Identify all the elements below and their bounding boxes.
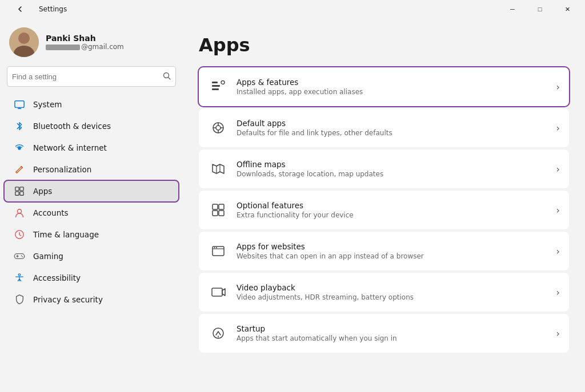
settings-card-apps-features[interactable]: Apps & features Installed apps, app exec… (199, 67, 569, 106)
apps-features-title: Apps & features (237, 78, 552, 87)
sidebar: Panki Shah @gmail.com (0, 18, 183, 392)
default-apps-chevron: › (556, 123, 560, 134)
svg-rect-21 (212, 85, 220, 87)
apps-features-chevron: › (556, 82, 560, 92)
offline-maps-chevron: › (556, 164, 560, 175)
svg-rect-39 (212, 288, 222, 296)
app-body: Panki Shah @gmail.com (0, 18, 585, 392)
apps-features-icon (208, 76, 229, 97)
sidebar-item-bluetooth[interactable]: Bluetooth & devices (5, 116, 178, 136)
svg-rect-5 (15, 101, 24, 108)
settings-card-startup[interactable]: Startup Apps that start automatically wh… (199, 314, 569, 353)
user-info: Panki Shah @gmail.com (46, 34, 124, 51)
content-area: Apps Apps & features Installed apps, app… (183, 18, 585, 392)
sidebar-label-bluetooth: Bluetooth & devices (33, 122, 111, 131)
svg-rect-14 (14, 254, 25, 259)
svg-rect-32 (213, 204, 218, 209)
svg-point-19 (18, 274, 21, 276)
offline-maps-title: Offline maps (237, 160, 552, 169)
svg-rect-33 (219, 204, 224, 209)
svg-point-18 (22, 256, 23, 257)
back-button[interactable] (7, 0, 33, 18)
startup-chevron: › (556, 328, 560, 339)
minimize-button[interactable]: ─ (499, 0, 526, 18)
sidebar-item-apps[interactable]: Apps (5, 181, 178, 201)
optional-features-subtitle: Extra functionality for your device (237, 211, 552, 219)
sidebar-label-time: Time & language (33, 230, 99, 239)
accounts-icon (14, 207, 25, 219)
svg-point-38 (216, 247, 217, 248)
sidebar-item-accounts[interactable]: Accounts (5, 203, 178, 223)
privacy-icon (14, 294, 25, 305)
svg-point-25 (216, 126, 221, 130)
sidebar-item-privacy[interactable]: Privacy & security (5, 289, 178, 310)
startup-text: Startup Apps that start automatically wh… (237, 324, 552, 342)
sidebar-item-accessibility[interactable]: Accessibility (5, 268, 178, 288)
offline-maps-subtitle: Downloads, storage location, map updates (237, 170, 552, 178)
page-title: Apps (199, 34, 569, 56)
settings-card-apps-websites[interactable]: Apps for websites Websites that can open… (199, 232, 569, 270)
sidebar-label-gaming: Gaming (33, 252, 63, 261)
optional-features-icon (208, 200, 229, 220)
apps-websites-chevron: › (556, 246, 560, 257)
nav-list: System Bluetooth & devices (0, 91, 183, 313)
window-controls: ─ □ ✕ (499, 0, 580, 18)
user-profile[interactable]: Panki Shah @gmail.com (0, 18, 183, 64)
sidebar-item-gaming[interactable]: Gaming (5, 246, 178, 266)
sidebar-label-accessibility: Accessibility (33, 273, 81, 282)
sidebar-item-network[interactable]: Network & internet (5, 138, 178, 158)
gaming-icon (14, 250, 25, 262)
svg-line-4 (169, 77, 171, 79)
svg-point-1 (18, 33, 30, 44)
apps-features-text: Apps & features Installed apps, app exec… (237, 78, 552, 96)
settings-card-default-apps[interactable]: Default apps Defaults for file and link … (199, 108, 569, 147)
app-title: Settings (39, 5, 67, 13)
default-apps-text: Default apps Defaults for file and link … (237, 119, 552, 137)
svg-point-23 (221, 81, 225, 84)
startup-title: Startup (237, 324, 552, 333)
sidebar-label-accounts: Accounts (33, 208, 69, 217)
user-email: @gmail.com (46, 43, 124, 51)
sidebar-label-personalization: Personalization (33, 165, 91, 174)
svg-point-12 (17, 209, 21, 213)
video-playback-icon (208, 282, 229, 302)
settings-card-video-playback[interactable]: Video playback Video adjustments, HDR st… (199, 273, 569, 312)
sidebar-item-system[interactable]: System (5, 94, 178, 115)
close-button[interactable]: ✕ (554, 0, 580, 18)
offline-maps-text: Offline maps Downloads, storage location… (237, 160, 552, 178)
time-icon (14, 229, 25, 240)
svg-rect-34 (213, 211, 218, 216)
optional-features-chevron: › (556, 205, 560, 216)
settings-card-offline-maps[interactable]: Offline maps Downloads, storage location… (199, 149, 569, 188)
avatar (9, 27, 39, 57)
network-icon (14, 142, 25, 153)
video-playback-chevron: › (556, 287, 560, 298)
title-bar: Settings ─ □ ✕ (0, 0, 585, 18)
apps-features-subtitle: Installed apps, app execution aliases (237, 88, 552, 96)
maximize-button[interactable]: □ (527, 0, 553, 18)
sidebar-item-time[interactable]: Time & language (5, 224, 178, 245)
offline-maps-icon (208, 159, 229, 179)
default-apps-icon (208, 118, 229, 138)
email-masked (46, 45, 80, 50)
apps-websites-subtitle: Websites that can open in an app instead… (237, 252, 552, 260)
optional-features-title: Optional features (237, 201, 552, 210)
startup-subtitle: Apps that start automatically when you s… (237, 334, 552, 342)
search-input[interactable] (12, 72, 163, 81)
sidebar-label-system: System (33, 100, 62, 109)
settings-list: Apps & features Installed apps, app exec… (199, 67, 569, 353)
svg-rect-20 (212, 82, 218, 83)
settings-card-optional-features[interactable]: Optional features Extra functionality fo… (199, 191, 569, 229)
svg-rect-8 (15, 187, 19, 191)
video-playback-text: Video playback Video adjustments, HDR st… (237, 283, 552, 301)
default-apps-subtitle: Defaults for file and link types, other … (237, 129, 552, 137)
search-box[interactable] (7, 66, 176, 87)
bluetooth-icon (14, 120, 25, 132)
svg-point-17 (21, 255, 22, 256)
svg-point-37 (214, 247, 215, 248)
sidebar-item-personalization[interactable]: Personalization (5, 159, 178, 180)
svg-rect-35 (219, 211, 224, 216)
video-playback-subtitle: Video adjustments, HDR streaming, batter… (237, 293, 552, 301)
sidebar-label-network: Network & internet (33, 143, 107, 152)
accessibility-icon (14, 272, 25, 284)
